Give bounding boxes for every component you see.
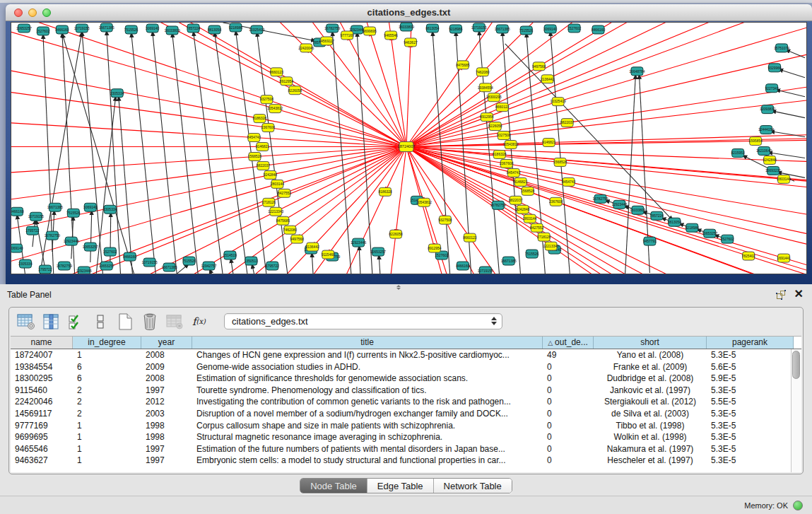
column-visibility-icon[interactable]	[41, 312, 60, 331]
node-label: 8822037	[257, 163, 271, 168]
node-label: 9465546	[384, 33, 398, 37]
close-panel-icon[interactable]: ✕	[794, 287, 804, 300]
table-row[interactable]: 969969511998Structural magnetic resonanc…	[11, 431, 801, 443]
table-selector-dropdown[interactable]: citations_edges.txt	[224, 313, 502, 329]
table-cell: Genome-wide association studies in ADHD.	[192, 361, 543, 373]
tab-network-table[interactable]: Network Table	[433, 479, 512, 493]
table-cell: Dudbridge et al. (2008)	[594, 373, 707, 385]
citation-network-graph[interactable]: 1065325715276028466160107191551667138575…	[11, 23, 806, 274]
table-cell: 5.3E-5	[707, 385, 794, 397]
table-cell: 9463627	[11, 455, 73, 467]
create-column-icon[interactable]	[115, 312, 134, 331]
node-label: 7515526	[519, 28, 534, 33]
column-header-pagerank[interactable]: pagerank	[707, 337, 794, 349]
node-label: 9327508	[438, 218, 452, 222]
table-row[interactable]: 977716911998Corpus callosum shape and si…	[11, 420, 801, 432]
node-label: 12923446	[76, 269, 92, 273]
node-label: 10719155	[74, 26, 90, 30]
node-label: 16782759	[490, 203, 506, 207]
node-label: 1527602	[721, 237, 735, 241]
table-cell: 18724007	[11, 349, 73, 361]
node-label: 8466160	[592, 28, 606, 32]
table-row[interactable]: 1872400712008Changes of HCN gene express…	[11, 349, 801, 361]
table-cell: 9699695	[11, 431, 73, 443]
node-label: 15751074	[774, 46, 789, 50]
window-titlebar[interactable]: citations_edges.txt	[6, 4, 812, 21]
column-header-name[interactable]: name	[11, 337, 73, 349]
table-scrollbar-thumb[interactable]	[792, 351, 800, 379]
column-header-out_de[interactable]: △out_de...	[543, 337, 594, 349]
node-label: 10543812	[267, 106, 283, 110]
cell-view-icon[interactable]	[90, 312, 110, 331]
table-options-icon[interactable]	[16, 312, 35, 331]
node-label: 2718126	[537, 235, 551, 239]
node-label: 12093832	[760, 107, 775, 111]
table-row[interactable]: 1456911722003Disruption of a novel membe…	[11, 408, 801, 420]
function-builder-icon[interactable]: f(x)	[189, 312, 208, 331]
table-cell: 49	[543, 349, 594, 361]
node-label: 7462080	[476, 70, 490, 74]
table-tabbar: Node Table Edge Table Network Table	[0, 478, 812, 493]
column-header-title[interactable]: title	[192, 337, 543, 349]
table-cell: Jankovic et al. (1997)	[594, 385, 707, 397]
node-label: 8813054	[668, 220, 682, 224]
node-label: 19384554	[478, 86, 493, 90]
node-label: 1795722	[38, 267, 52, 271]
table-row[interactable]: 911546021997Tourette syndrome. Phenomeno…	[11, 385, 801, 397]
node-label: 9218986	[229, 25, 243, 30]
node-label: 9777169	[340, 33, 354, 37]
tab-edge-table[interactable]: Edge Table	[367, 479, 433, 493]
table-row[interactable]: 1938455462009Genome-wide association stu…	[11, 361, 801, 373]
node-label: 8454743	[507, 170, 521, 175]
edge	[332, 31, 351, 274]
table-row[interactable]: 946554611997Estimation of the future num…	[11, 443, 801, 455]
table-cell: 5.3E-5	[707, 443, 794, 455]
table-cell: Hescheler et al. (1997)	[594, 455, 707, 467]
table-panel-header: Table Panel ✕	[0, 284, 812, 305]
node-label: 8186328	[378, 189, 392, 194]
node-label: 12923446	[351, 240, 366, 245]
node-label: 7515526	[182, 259, 196, 263]
edge	[359, 245, 360, 274]
panel-splitter-handle[interactable]	[393, 284, 404, 291]
minimize-window-button[interactable]	[28, 8, 37, 17]
table-container: f(x) citations_edges.txt namein_degreeye…	[8, 307, 804, 474]
table-row[interactable]: 1830029562008Estimation of significance …	[11, 373, 801, 385]
node-label: 16033809	[399, 25, 414, 29]
selected-edge	[406, 141, 755, 147]
float-panel-icon[interactable]	[775, 289, 787, 300]
table-row[interactable]: 2242004622012Investigating the contribut…	[11, 396, 801, 408]
node-label: 2367608	[500, 161, 514, 165]
node-label: 10719155	[478, 269, 493, 273]
row-select-icon[interactable]	[66, 312, 85, 331]
table-scrollbar[interactable]	[791, 349, 801, 472]
table-cell: 9777169	[11, 420, 73, 432]
tab-node-table[interactable]: Node Table	[300, 479, 367, 493]
column-header-year[interactable]: year	[141, 337, 192, 349]
node-label: 9227343	[765, 86, 779, 90]
edge	[107, 30, 121, 274]
table-cell: Tibbo et al. (1998)	[594, 420, 707, 432]
network-canvas[interactable]: 1065325715276028466160107191551667138575…	[11, 22, 807, 274]
zoom-window-button[interactable]	[42, 8, 51, 17]
delete-column-icon[interactable]	[140, 312, 159, 331]
table-cell: Estimation of significance thresholds fo…	[192, 373, 543, 385]
table-row[interactable]: 946362711997Embryonic stem cells: a mode…	[11, 455, 801, 467]
selected-edge	[406, 42, 411, 147]
node-label: 10653257	[16, 26, 32, 30]
column-header-short[interactable]: short	[594, 337, 707, 349]
memory-status-icon[interactable]	[793, 501, 803, 510]
node-label: 9218986	[686, 226, 700, 230]
table-cell: 2008	[141, 373, 192, 385]
table-cell: Disruption of a novel member of a sodium…	[192, 408, 543, 420]
node-label: 16671385	[99, 25, 114, 30]
table-cell: 2012	[141, 396, 192, 408]
node-label: 1568528	[248, 154, 262, 158]
close-window-button[interactable]	[14, 8, 23, 17]
table-cell: 18300295	[11, 373, 73, 385]
table-toolbar: f(x) citations_edges.txt	[9, 308, 803, 335]
selected-edge	[11, 23, 275, 109]
column-header-in_degree[interactable]: in_degree	[73, 337, 141, 349]
selected-edge	[406, 147, 770, 160]
edge	[775, 90, 805, 97]
